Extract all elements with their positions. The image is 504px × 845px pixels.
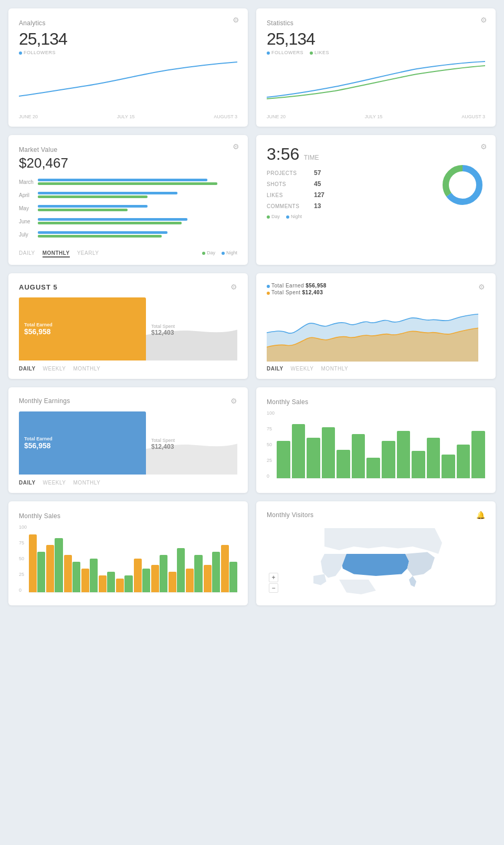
august-title: AUGUST 5 <box>19 283 58 291</box>
analytics-chart <box>19 59 237 112</box>
monthly-sales-multi-title: Monthly Sales <box>19 512 60 520</box>
bell-icon[interactable]: 🔔 <box>476 511 485 519</box>
analytics-legend: FOLLOWERS <box>19 50 237 55</box>
total-spent-value: $12,403 <box>151 329 237 336</box>
map-container: + − <box>267 524 485 598</box>
monthly-earnings-title: Monthly Earnings <box>19 397 70 405</box>
august-gear-icon[interactable]: ⚙ <box>230 283 237 291</box>
earned-area-legend: Total Earned $56,958 Total Spent $12,403 <box>267 283 327 300</box>
map-zoom-out[interactable]: − <box>269 583 278 593</box>
monthly-sales-green-title: Monthly Sales <box>267 398 308 406</box>
market-value-tabs: DAILY MONTHLY YEARLY <box>19 250 99 257</box>
bar-row-june: June <box>19 216 237 226</box>
market-value-title: Market Value <box>19 146 57 153</box>
market-value-legend: Day Night <box>202 250 237 255</box>
earned-area-card: Total Earned $56,958 Total Spent $12,403… <box>256 273 496 379</box>
map-controls[interactable]: + − <box>269 573 278 593</box>
statistics-chart <box>267 59 485 112</box>
bar-row-july: July <box>19 229 237 240</box>
earned-area-tab-monthly[interactable]: MONTHLY <box>321 366 349 372</box>
august-card: AUGUST 5 ⚙ Total Earned $56,958 Total Sp… <box>8 273 248 379</box>
tab-monthly[interactable]: MONTHLY <box>43 250 70 257</box>
donut-chart <box>439 161 486 211</box>
monthly-earnings-tabs: DAILY WEEKLY MONTHLY <box>19 480 237 486</box>
monthly-earned-bar: Total Earned $56,958 <box>19 411 146 475</box>
monthly-earnings-tab-daily[interactable]: DAILY <box>19 480 36 486</box>
market-value-gear-icon[interactable]: ⚙ <box>233 142 239 151</box>
monthly-earnings-card: Monthly Earnings ⚙ Total Earned $56,958 … <box>8 387 248 493</box>
bar-row-april: April <box>19 190 237 200</box>
time-label: TIME <box>304 154 319 161</box>
monthly-visitors-card: Monthly Visitors 🔔 <box>256 501 496 605</box>
statistics-x-labels: JUNE 20 JULY 15 AUGUST 3 <box>267 114 485 119</box>
tab-yearly[interactable]: YEARLY <box>77 250 99 257</box>
august-bar-chart: Total Earned $56,958 Total Spent $12,403 <box>19 297 237 360</box>
bar-row-may: May <box>19 203 237 213</box>
total-spent-label: Total Spent <box>151 324 237 329</box>
statistics-title: Statistics <box>267 19 293 27</box>
statistics-number: 25,134 <box>267 29 485 49</box>
monthly-sales-multi-card: Monthly Sales 100 75 50 25 0 <box>8 501 248 605</box>
monthly-earnings-gear-icon[interactable]: ⚙ <box>230 397 237 405</box>
market-value-bars: March April May <box>19 177 237 240</box>
tab-daily[interactable]: DAILY <box>19 250 35 257</box>
monthly-earnings-tab-weekly[interactable]: WEEKLY <box>43 480 66 486</box>
gear-icon[interactable]: ⚙ <box>233 16 239 24</box>
monthly-sales-multi-chart: 100 75 50 25 0 <box>19 524 237 593</box>
analytics-x-labels: JUNE 20 JULY 15 AUGUST 3 <box>19 114 237 119</box>
earned-area-tab-daily[interactable]: DAILY <box>267 366 284 372</box>
august-tab-daily[interactable]: DAILY <box>19 366 36 372</box>
usa-map <box>267 524 485 598</box>
monthly-sales-green-chart: 100 75 50 25 0 <box>267 410 485 479</box>
analytics-title: Analytics <box>19 19 46 27</box>
earned-area-chart <box>267 304 485 364</box>
earned-area-gear-icon[interactable]: ⚙ <box>478 283 485 291</box>
analytics-card: Analytics ⚙ 25,134 FOLLOWERS JUNE 20 JUL… <box>8 8 248 127</box>
earned-area-tabs: DAILY WEEKLY MONTHLY <box>267 366 485 372</box>
monthly-spent-value: $12,403 <box>151 443 237 450</box>
market-value-card: Market Value ⚙ $20,467 March April <box>8 135 248 265</box>
analytics-number: 25,134 <box>19 29 237 49</box>
august-tabs: DAILY WEEKLY MONTHLY <box>19 366 237 372</box>
time-gear-icon[interactable]: ⚙ <box>480 142 487 151</box>
map-zoom-in[interactable]: + <box>269 573 278 582</box>
market-value-number: $20,467 <box>19 155 237 171</box>
august-tab-weekly[interactable]: WEEKLY <box>43 366 66 372</box>
monthly-spent-label: Total Spent <box>151 438 237 443</box>
statistics-card: Statistics ⚙ 25,134 FOLLOWERS LIKES JUNE… <box>256 8 496 127</box>
time-value: 3:56 <box>267 145 299 163</box>
statistics-legend: FOLLOWERS LIKES <box>267 50 485 55</box>
bar-row-march: March <box>19 177 237 187</box>
monthly-earnings-bar-chart: Total Earned $56,958 Total Spent $12,403 <box>19 411 237 475</box>
time-legend: Day Night <box>267 214 485 219</box>
time-card: ⚙ 3:56 TIME PROJECTS 57 SHOTS 45 LIKES 1… <box>256 135 496 265</box>
earned-area-tab-weekly[interactable]: WEEKLY <box>291 366 314 372</box>
statistics-gear-icon[interactable]: ⚙ <box>480 16 487 24</box>
august-tab-monthly[interactable]: MONTHLY <box>74 366 101 372</box>
earned-bar: Total Earned $56,958 <box>19 297 146 360</box>
monthly-earnings-tab-monthly[interactable]: MONTHLY <box>74 480 101 486</box>
monthly-sales-green-card: Monthly Sales 100 75 50 25 0 <box>256 387 496 493</box>
monthly-visitors-title: Monthly Visitors <box>267 511 313 519</box>
